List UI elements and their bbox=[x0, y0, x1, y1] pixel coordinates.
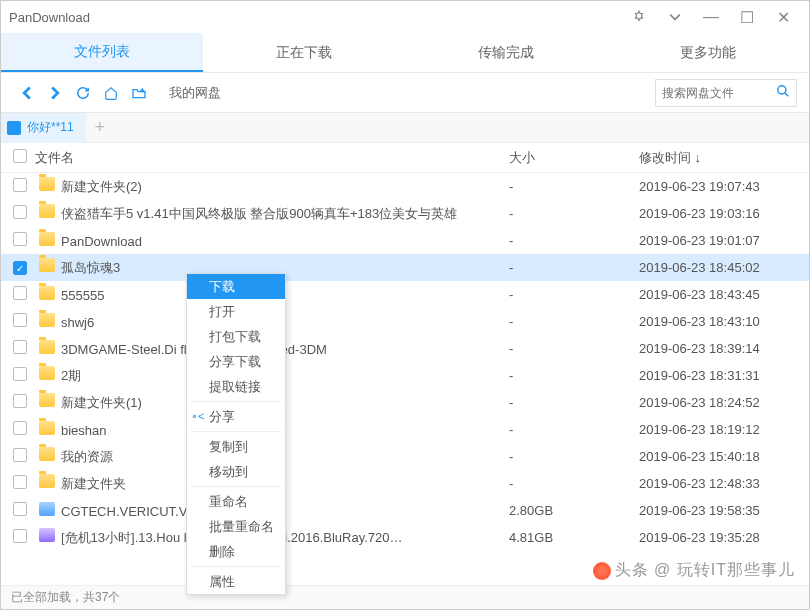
row-checkbox[interactable] bbox=[13, 502, 27, 516]
file-time: 2019-06-23 19:35:28 bbox=[639, 530, 809, 545]
table-row[interactable]: 新建文件夹-2019-06-23 12:48:33 bbox=[1, 470, 809, 497]
row-checkbox[interactable] bbox=[13, 232, 27, 246]
list-header: 文件名 大小 修改时间 ↓ bbox=[1, 143, 809, 173]
file-name: 新建文件夹(2) bbox=[35, 177, 509, 196]
avatar-icon bbox=[7, 121, 21, 135]
watermark: 头条 @ 玩转IT那些事儿 bbox=[593, 560, 795, 581]
cm-move-to[interactable]: 移动到 bbox=[187, 459, 285, 484]
statusbar: 已全部加载，共37个 bbox=[1, 585, 809, 609]
folder-icon bbox=[39, 258, 55, 272]
nav-forward-icon[interactable] bbox=[41, 79, 69, 107]
file-size: - bbox=[509, 449, 639, 464]
table-row[interactable]: PanDownload-2019-06-23 19:01:07 bbox=[1, 227, 809, 254]
cm-share[interactable]: ∘<分享 bbox=[187, 404, 285, 429]
minimize-button[interactable]: — bbox=[693, 5, 729, 29]
table-row[interactable]: 我的资源-2019-06-23 15:40:18 bbox=[1, 443, 809, 470]
row-checkbox[interactable] bbox=[13, 340, 27, 354]
table-row[interactable]: 侠盗猎车手5 v1.41中国风终极版 整合版900辆真车+183位美女与英雄-2… bbox=[1, 200, 809, 227]
table-row[interactable]: [危机13小时].13.Hou ldiers.of.Benghazi.2016.… bbox=[1, 524, 809, 551]
file-icon bbox=[39, 528, 55, 542]
nav-back-icon[interactable] bbox=[13, 79, 41, 107]
cm-download[interactable]: 下载 bbox=[187, 274, 285, 299]
select-all-checkbox[interactable] bbox=[13, 149, 27, 163]
table-row[interactable]: 3DMGAME-Steel.Di flict.Edition.Cracked-3… bbox=[1, 335, 809, 362]
table-row[interactable]: 新建文件夹(2)-2019-06-23 19:07:43 bbox=[1, 173, 809, 200]
file-time: 2019-06-23 18:31:31 bbox=[639, 368, 809, 383]
cm-pack-download[interactable]: 打包下载 bbox=[187, 324, 285, 349]
svg-point-0 bbox=[778, 86, 786, 94]
file-time: 2019-06-23 18:45:02 bbox=[639, 260, 809, 275]
col-name[interactable]: 文件名 bbox=[35, 149, 509, 167]
window-title: PanDownload bbox=[9, 10, 621, 25]
cm-share-download[interactable]: 分享下载 bbox=[187, 349, 285, 374]
row-checkbox[interactable] bbox=[13, 286, 27, 300]
file-size: - bbox=[509, 206, 639, 221]
cm-properties[interactable]: 属性 bbox=[187, 569, 285, 594]
row-checkbox[interactable] bbox=[13, 475, 27, 489]
row-checkbox[interactable] bbox=[13, 367, 27, 381]
file-size: 2.80GB bbox=[509, 503, 639, 518]
row-checkbox[interactable]: ✓ bbox=[13, 261, 27, 275]
file-size: - bbox=[509, 422, 639, 437]
row-checkbox[interactable] bbox=[13, 178, 27, 192]
tab-completed[interactable]: 传输完成 bbox=[405, 33, 607, 72]
cm-delete[interactable]: 删除 bbox=[187, 539, 285, 564]
row-checkbox[interactable] bbox=[13, 394, 27, 408]
maximize-button[interactable]: ☐ bbox=[729, 5, 765, 29]
refresh-icon[interactable] bbox=[69, 79, 97, 107]
cm-batch-rename[interactable]: 批量重命名 bbox=[187, 514, 285, 539]
col-size[interactable]: 大小 bbox=[509, 149, 639, 167]
table-row[interactable]: 2期-2019-06-23 18:31:31 bbox=[1, 362, 809, 389]
add-tab-button[interactable]: + bbox=[86, 117, 114, 138]
file-icon bbox=[39, 502, 55, 516]
row-checkbox[interactable] bbox=[13, 313, 27, 327]
file-size: - bbox=[509, 341, 639, 356]
file-time: 2019-06-23 12:48:33 bbox=[639, 476, 809, 491]
table-row[interactable]: CGTECH.VERICUT.V DE.rar2.80GB2019-06-23 … bbox=[1, 497, 809, 524]
cm-open[interactable]: 打开 bbox=[187, 299, 285, 324]
tab-downloading[interactable]: 正在下载 bbox=[203, 33, 405, 72]
table-row[interactable]: shwj6-2019-06-23 18:43:10 bbox=[1, 308, 809, 335]
cm-extract-link[interactable]: 提取链接 bbox=[187, 374, 285, 399]
file-time: 2019-06-23 18:24:52 bbox=[639, 395, 809, 410]
close-button[interactable]: ✕ bbox=[765, 5, 801, 29]
folder-icon bbox=[39, 366, 55, 380]
search-input[interactable] bbox=[662, 86, 772, 100]
tab-more[interactable]: 更多功能 bbox=[607, 33, 809, 72]
context-menu: 下载 打开 打包下载 分享下载 提取链接 ∘<分享 复制到 移动到 重命名 批量… bbox=[186, 273, 286, 595]
table-row[interactable]: 新建文件夹(1)-2019-06-23 18:24:52 bbox=[1, 389, 809, 416]
home-icon[interactable] bbox=[97, 79, 125, 107]
toolbar: 我的网盘 bbox=[1, 73, 809, 113]
file-size: - bbox=[509, 233, 639, 248]
settings-icon[interactable] bbox=[621, 5, 657, 29]
row-checkbox[interactable] bbox=[13, 421, 27, 435]
file-size: - bbox=[509, 287, 639, 302]
file-list: 新建文件夹(2)-2019-06-23 19:07:43侠盗猎车手5 v1.41… bbox=[1, 173, 809, 551]
breadcrumb[interactable]: 我的网盘 bbox=[169, 84, 655, 102]
cm-separator bbox=[191, 486, 281, 487]
row-checkbox[interactable] bbox=[13, 448, 27, 462]
file-size: - bbox=[509, 314, 639, 329]
folder-icon bbox=[39, 286, 55, 300]
main-tabs: 文件列表 正在下载 传输完成 更多功能 bbox=[1, 33, 809, 73]
row-checkbox[interactable] bbox=[13, 205, 27, 219]
cm-copy-to[interactable]: 复制到 bbox=[187, 434, 285, 459]
table-row[interactable]: bieshan-2019-06-23 18:19:12 bbox=[1, 416, 809, 443]
new-folder-icon[interactable] bbox=[125, 79, 153, 107]
file-size: - bbox=[509, 179, 639, 194]
row-checkbox[interactable] bbox=[13, 529, 27, 543]
file-size: - bbox=[509, 395, 639, 410]
user-tab[interactable]: 你好**11 bbox=[1, 113, 86, 143]
cm-rename[interactable]: 重命名 bbox=[187, 489, 285, 514]
dropdown-icon[interactable] bbox=[657, 5, 693, 29]
file-time: 2019-06-23 18:43:10 bbox=[639, 314, 809, 329]
file-name: 侠盗猎车手5 v1.41中国风终极版 整合版900辆真车+183位美女与英雄 bbox=[35, 204, 509, 223]
file-size: - bbox=[509, 368, 639, 383]
tab-file-list[interactable]: 文件列表 bbox=[1, 33, 203, 72]
search-icon[interactable] bbox=[776, 84, 790, 101]
table-row[interactable]: 555555-2019-06-23 18:43:45 bbox=[1, 281, 809, 308]
col-time[interactable]: 修改时间 ↓ bbox=[639, 149, 809, 167]
folder-icon bbox=[39, 232, 55, 246]
folder-icon bbox=[39, 393, 55, 407]
table-row[interactable]: ✓孤岛惊魂3-2019-06-23 18:45:02 bbox=[1, 254, 809, 281]
